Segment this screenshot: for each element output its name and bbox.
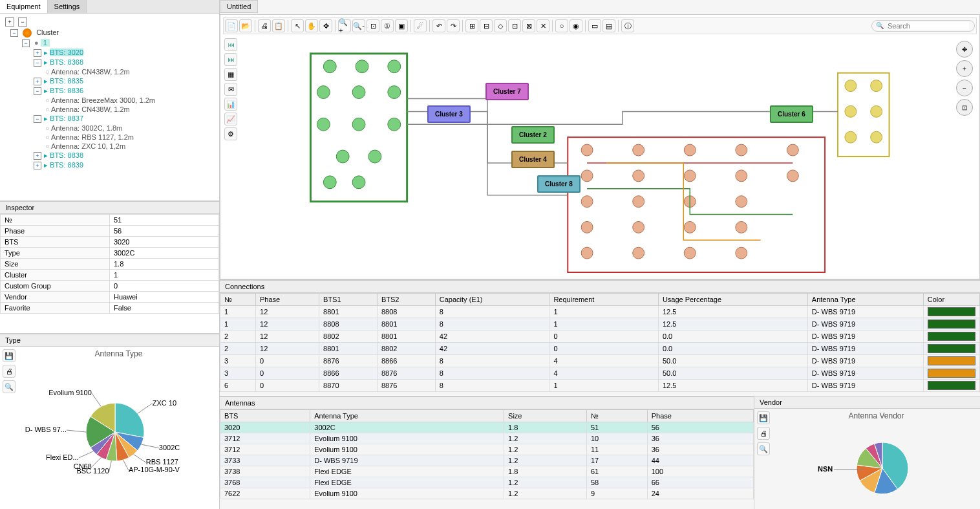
- tree-antenna-node[interactable]: ○ Antenna: RBS 1127, 1.2m: [3, 133, 217, 142]
- preview-button[interactable]: 📋: [272, 19, 285, 32]
- zoom-fit-button[interactable]: ⊡: [367, 19, 379, 32]
- expand-icon[interactable]: +: [34, 152, 41, 160]
- side-tool-1[interactable]: ▦: [224, 68, 237, 81]
- pan-control[interactable]: ✥: [956, 41, 973, 58]
- tree-bts-node[interactable]: +▸ BTS: 8839: [3, 160, 217, 170]
- side-tool-5[interactable]: ⚙: [224, 127, 237, 140]
- column-header[interactable]: №: [220, 294, 256, 306]
- tree-antenna-node[interactable]: ○ Antenna: CN438W, 1.2m: [3, 67, 217, 76]
- layout-1-button[interactable]: ⊞: [465, 19, 478, 32]
- column-header[interactable]: Capacity (E1): [435, 294, 549, 306]
- node-style-1-button[interactable]: ○: [555, 19, 568, 32]
- inspector-value[interactable]: 56: [110, 226, 219, 237]
- pointer-button[interactable]: ↖: [291, 19, 304, 32]
- table-row[interactable]: 3712Evolium 91001.21136: [220, 444, 754, 455]
- layout-4-button[interactable]: ⊡: [508, 19, 521, 32]
- side-tool-4[interactable]: 📈: [224, 113, 237, 125]
- network-diagram[interactable]: Cluster 3Cluster 7Cluster 2Cluster 4Clus…: [246, 34, 953, 279]
- vendor-zoom-button[interactable]: 🔍: [757, 442, 770, 455]
- cluster-box[interactable]: Cluster 6: [770, 105, 813, 123]
- tree-bts-node[interactable]: +▸ BTS: 8838: [3, 151, 217, 160]
- layout-3-button[interactable]: ◇: [494, 19, 507, 32]
- expand-icon[interactable]: −: [34, 59, 41, 67]
- expand-icon[interactable]: +: [34, 49, 41, 57]
- zoom-in-button[interactable]: 🔍+: [338, 19, 351, 32]
- tree-bts-node[interactable]: −▸ BTS: 8837: [3, 114, 217, 124]
- column-header[interactable]: №: [586, 410, 647, 422]
- save-chart-button[interactable]: 💾: [3, 349, 16, 362]
- column-header[interactable]: Antenna Type: [807, 294, 923, 306]
- column-header[interactable]: Usage Percentage: [658, 294, 807, 306]
- inspector-value[interactable]: Huawei: [110, 292, 219, 303]
- tab-equipment[interactable]: Equipment: [0, 0, 48, 13]
- print-chart-button[interactable]: 🖨: [3, 365, 16, 378]
- zoom-in-control[interactable]: +: [956, 60, 973, 77]
- table-row[interactable]: 112880888018112.5D- WBS 9719: [220, 318, 980, 330]
- vendor-print-button[interactable]: 🖨: [757, 427, 770, 440]
- column-header[interactable]: Requirement: [549, 294, 659, 306]
- collapse-all-button[interactable]: −: [18, 17, 27, 27]
- select-all-button[interactable]: ☄: [414, 19, 427, 32]
- search-input[interactable]: [888, 22, 969, 30]
- cluster-box[interactable]: Cluster 4: [511, 151, 555, 168]
- cluster-box[interactable]: Cluster 8: [537, 175, 581, 193]
- search-box[interactable]: [871, 20, 975, 32]
- cluster-box[interactable]: Cluster 3: [427, 105, 471, 123]
- cluster-box[interactable]: Cluster 7: [485, 83, 529, 100]
- table-row[interactable]: 3738Flexi EDGE1.861100: [220, 466, 754, 477]
- nav-first-button[interactable]: ⏮: [224, 38, 237, 51]
- tree-antenna-node[interactable]: ○ Antenna: ZXC 10, 1,2m: [3, 142, 217, 151]
- tree-antenna-node[interactable]: ○ Antenna: BreezeMax 3000, 1.2m: [3, 96, 217, 105]
- connections-table[interactable]: №PhaseBTS1BTS2Capacity (E1)RequirementUs…: [220, 293, 980, 392]
- inspector-value[interactable]: 3002C: [110, 248, 219, 259]
- expand-icon[interactable]: −: [34, 115, 41, 123]
- table-row[interactable]: 3768Flexi EDGE1.25866: [220, 477, 754, 488]
- expand-icon[interactable]: −: [22, 39, 30, 47]
- tree-bts-node[interactable]: +▸ BTS: 3020: [3, 48, 217, 58]
- inspector-value[interactable]: 51: [110, 215, 219, 226]
- column-header[interactable]: BTS1: [319, 294, 378, 306]
- tree-antenna-node[interactable]: ○ Antenna: 3002C, 1.8m: [3, 124, 217, 133]
- expand-all-button[interactable]: +: [5, 17, 14, 27]
- table-row[interactable]: 60887088768112.5D- WBS 9719: [220, 380, 980, 392]
- table-row[interactable]: 30886688768450.0D- WBS 9719: [220, 367, 980, 380]
- expand-icon[interactable]: −: [34, 87, 41, 95]
- inspector-value[interactable]: 3020: [110, 237, 219, 248]
- side-tool-3[interactable]: 📊: [224, 98, 237, 111]
- inspector-value[interactable]: 1.8: [110, 259, 219, 270]
- tab-settings[interactable]: Settings: [48, 0, 87, 13]
- move-button[interactable]: ✥: [319, 19, 332, 32]
- tree-bts-node[interactable]: −▸ BTS: 8368: [3, 58, 217, 67]
- column-header[interactable]: Phase: [256, 294, 319, 306]
- nav-next-button[interactable]: ⏭: [224, 53, 237, 66]
- tree-root[interactable]: − Cluster: [3, 28, 217, 38]
- fit-control[interactable]: ⊡: [956, 99, 973, 116]
- zoom-chart-button[interactable]: 🔍: [3, 380, 16, 393]
- expand-icon[interactable]: +: [34, 78, 41, 85]
- column-header[interactable]: Color: [923, 294, 979, 306]
- column-header[interactable]: BTS: [220, 410, 310, 422]
- zoom-region-button[interactable]: ▣: [395, 19, 408, 32]
- layer-2-button[interactable]: ▤: [602, 19, 615, 32]
- layout-2-button[interactable]: ⊟: [480, 19, 493, 32]
- column-header[interactable]: Size: [504, 410, 587, 422]
- tree-node-1[interactable]: − ● 1: [3, 38, 217, 48]
- vendor-save-button[interactable]: 💾: [757, 411, 770, 424]
- side-tool-2[interactable]: ✉: [224, 83, 237, 96]
- column-header[interactable]: Phase: [647, 410, 753, 422]
- tree-bts-node[interactable]: −▸ BTS: 8836: [3, 86, 217, 96]
- open-button[interactable]: 📂: [239, 19, 252, 32]
- zoom-out-button[interactable]: 🔍-: [352, 19, 365, 32]
- inspector-value[interactable]: False: [110, 303, 219, 314]
- table-row[interactable]: 3733D- WBS 97191.21744: [220, 455, 754, 466]
- zoom-out-control[interactable]: −: [956, 80, 973, 96]
- table-row[interactable]: 112880188088112.5D- WBS 9719: [220, 306, 980, 318]
- expand-icon[interactable]: −: [10, 29, 18, 37]
- layout-5-button[interactable]: ⊠: [522, 19, 535, 32]
- table-row[interactable]: 3712Evolium 91001.21036: [220, 433, 754, 444]
- layer-1-button[interactable]: ▭: [588, 19, 601, 32]
- pan-button[interactable]: ✋: [305, 19, 318, 32]
- canvas-area[interactable]: 📄 📂 🖨 📋 ↖ ✋ ✥ 🔍+ 🔍- ⊡ ① ▣ ☄ ↶ ↷ ⊞ ⊟ ◇ ⊡: [220, 14, 980, 279]
- expand-icon[interactable]: +: [34, 162, 41, 169]
- tree-bts-node[interactable]: +▸ BTS: 8835: [3, 76, 217, 86]
